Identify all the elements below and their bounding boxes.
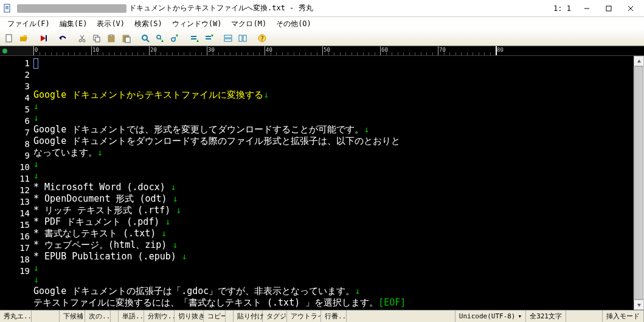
- svg-line-14: [81, 35, 84, 39]
- status-bunkatsu[interactable]: 分割ウ...: [144, 310, 175, 322]
- line-number: 10: [0, 162, 30, 174]
- close-button[interactable]: [620, 1, 642, 16]
- editor-line[interactable]: ↓: [33, 101, 634, 112]
- minimize-button[interactable]: [576, 1, 598, 16]
- editor-line[interactable]: * PDF ドキュメント (.pdf) ↓: [33, 216, 634, 228]
- editor-line[interactable]: * リッチ テキスト形式 (.rtf) ↓: [33, 205, 634, 216]
- editor-line[interactable]: Google ドキュメントをダウンロードする際のファイル形式と拡張子は、以下のと…: [33, 135, 634, 147]
- status-insert-mode[interactable]: 挿入モード: [603, 310, 644, 322]
- editor-line[interactable]: * ウェブページ。(html、zip) ↓: [33, 239, 634, 251]
- undo-icon[interactable]: [56, 32, 69, 44]
- tile-horizontal-icon[interactable]: [221, 32, 235, 44]
- svg-line-15: [80, 35, 83, 39]
- newline-mark-icon: ↓: [263, 89, 269, 100]
- status-encoding[interactable]: Unicode(UTF-8) ▾: [455, 310, 526, 322]
- menu-view[interactable]: 表示(V): [92, 18, 130, 30]
- menu-search[interactable]: 検索(S): [130, 18, 167, 30]
- editor-line[interactable]: ↓: [33, 274, 634, 286]
- text-editor[interactable]: Google ドキュメントからテキストファイルに変換する↓↓↓Google ドキ…: [33, 56, 634, 310]
- scroll-down-icon[interactable]: [634, 300, 644, 310]
- status-kouho[interactable]: 下候補: [60, 310, 85, 322]
- scrollbar-thumb[interactable]: [634, 66, 643, 300]
- newline-mark-icon: ↓: [364, 124, 369, 135]
- line-number: 16: [0, 231, 30, 243]
- toolbar: ?: [0, 30, 644, 46]
- help-icon[interactable]: ?: [255, 32, 269, 44]
- find-next-icon[interactable]: [153, 32, 167, 44]
- newline-mark-icon: ↓: [33, 112, 39, 123]
- status-kirinuki[interactable]: 切り抜き: [175, 310, 204, 322]
- svg-line-25: [160, 38, 161, 39]
- newline-mark-icon: ↓: [173, 193, 178, 204]
- new-file-icon[interactable]: [2, 32, 16, 44]
- editor-line[interactable]: * EPUB Publication (.epub) ↓: [33, 251, 634, 262]
- status-copy[interactable]: コピー: [204, 310, 226, 322]
- paste-icon[interactable]: [105, 32, 118, 44]
- newline-mark-icon: ↓: [33, 101, 39, 112]
- svg-rect-8: [6, 35, 12, 42]
- find-icon[interactable]: [139, 32, 152, 44]
- menu-macro[interactable]: マクロ(M): [226, 18, 271, 30]
- newline-mark-icon: ↓: [165, 216, 170, 227]
- editor-line[interactable]: ↓: [33, 262, 634, 274]
- editor-line[interactable]: * OpenDocument 形式 (odt) ↓: [33, 193, 634, 205]
- maximize-button[interactable]: [598, 1, 620, 16]
- vertical-scrollbar[interactable]: [634, 56, 644, 310]
- status-encoding-label: Unicode(UTF-8): [459, 312, 516, 320]
- editor-line[interactable]: ↓: [33, 112, 634, 124]
- status-paste[interactable]: 貼り付け: [234, 310, 263, 322]
- editor-line[interactable]: なっています。↓: [33, 147, 634, 159]
- text-caret: [33, 58, 38, 69]
- paste-special-icon[interactable]: [119, 32, 133, 44]
- bookmark-up-icon[interactable]: [202, 32, 215, 44]
- bookmark-down-icon[interactable]: [187, 32, 201, 44]
- line-number: 6: [0, 116, 30, 128]
- newline-mark-icon: ↓: [172, 239, 178, 250]
- svg-rect-37: [224, 39, 232, 41]
- macro-record-icon[interactable]: [36, 32, 50, 44]
- menu-other[interactable]: その他(O): [271, 18, 316, 30]
- svg-point-22: [142, 35, 147, 40]
- line-number: 5: [0, 104, 30, 116]
- document-icon: [2, 4, 12, 13]
- line-number: 8: [0, 139, 30, 151]
- cut-icon[interactable]: [75, 32, 89, 44]
- status-next[interactable]: 次の...: [85, 310, 111, 322]
- title-text: ドキュメントからテキストファイルへ変換.txt - 秀丸: [129, 3, 313, 13]
- editor-line[interactable]: ↓: [33, 159, 634, 170]
- newline-mark-icon: ↓: [33, 159, 39, 170]
- copy-icon[interactable]: [90, 32, 103, 44]
- status-outline[interactable]: アウトライ...: [287, 310, 321, 322]
- line-number: 11: [0, 174, 30, 185]
- line-number: 13: [0, 197, 30, 208]
- line-number: 17: [0, 243, 30, 255]
- editor-line[interactable]: * Microsoft Word (.docx) ↓: [33, 182, 634, 193]
- svg-rect-0: [4, 4, 10, 12]
- editor-line[interactable]: Google ドキュメントでは、形式を変更してダウンロードすることが可能です。↓: [33, 124, 634, 135]
- open-file-icon[interactable]: [17, 32, 30, 44]
- svg-rect-2: [5, 7, 9, 8]
- svg-marker-35: [211, 35, 213, 37]
- tile-vertical-icon[interactable]: [236, 32, 249, 44]
- editor-line[interactable]: ↓: [33, 170, 634, 182]
- status-tagjump[interactable]: タグジ...: [263, 310, 287, 322]
- menu-window[interactable]: ウィンドウ(W): [167, 18, 227, 30]
- find-prev-icon[interactable]: [168, 32, 181, 44]
- svg-point-13: [83, 39, 85, 42]
- svg-rect-1: [5, 6, 9, 7]
- svg-rect-30: [191, 36, 196, 37]
- editor-line[interactable]: Google ドキュメントからテキストファイルに変換する↓: [33, 89, 634, 101]
- editor-line[interactable]: * 書式なしテキスト (.txt) ↓: [33, 228, 634, 239]
- svg-rect-21: [125, 37, 130, 43]
- status-tango[interactable]: 単語...: [119, 310, 144, 322]
- menu-edit[interactable]: 編集(E): [55, 18, 92, 30]
- editor-line[interactable]: Google ドキュメントの拡張子は「.gdoc」ですが、非表示となっています。…: [33, 286, 634, 297]
- scroll-up-icon[interactable]: [634, 56, 644, 66]
- editor-line[interactable]: テキストファイルに変換するには、「書式なしテキスト (.txt) 」を選択します…: [33, 297, 634, 309]
- fold-toggle-icon[interactable]: [2, 49, 7, 53]
- menu-file[interactable]: ファイル(F): [2, 18, 55, 30]
- status-gyouban[interactable]: 行番...: [321, 310, 347, 322]
- svg-rect-10: [46, 35, 47, 41]
- svg-point-12: [79, 39, 81, 42]
- status-app[interactable]: 秀丸エ...: [0, 310, 32, 322]
